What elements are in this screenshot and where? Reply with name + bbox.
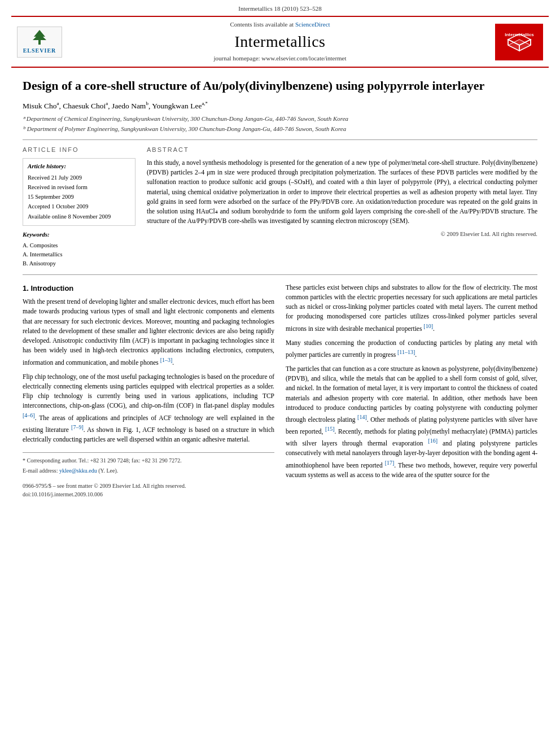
- intermet-logo-box: Intermetallics: [495, 24, 543, 60]
- elsevier-logo: ELSEVIER: [17, 27, 62, 58]
- footnote-email: E-mail address: yklee@skku.edu (Y. Lee).: [23, 466, 274, 475]
- ref-7-9: [7–9]: [71, 424, 84, 430]
- author-misuk: Misuk Cho: [23, 102, 56, 110]
- keyword-b: A. Intermetallics: [23, 250, 135, 259]
- article-info-label: ARTICLE INFO: [23, 146, 135, 155]
- body-col1-p2: Flip chip technology, one of the most us…: [23, 372, 274, 444]
- article-title: Design of a core-shell structure of Au/p…: [23, 78, 537, 94]
- svg-rect-0: [38, 40, 41, 45]
- body-col2-p2: Many studies concerning the production o…: [286, 338, 537, 360]
- ref-10: [10]: [423, 323, 433, 329]
- top-meta: Intermetallics 18 (2010) 523–528: [0, 0, 560, 16]
- journal-header-center: Contents lists available at ScienceDirec…: [68, 20, 492, 63]
- info-abstract-row: ARTICLE INFO Article history: Received 2…: [23, 146, 537, 269]
- section1-heading: 1. Introduction: [23, 283, 274, 294]
- journal-homepage: journal homepage: www.elsevier.com/locat…: [68, 54, 492, 63]
- affil-a-sup1: a: [56, 101, 59, 106]
- body-col1-p1: With the present trend of developing lig…: [23, 297, 274, 368]
- footnote-area: * Corresponding author. Tel.: +82 31 290…: [23, 452, 274, 475]
- abstract-label: ABSTRACT: [147, 146, 537, 155]
- issn-text: 0966-9795/$ – see front matter © 2009 El…: [23, 482, 274, 490]
- contents-line: Contents lists available at ScienceDirec…: [68, 20, 492, 29]
- divider-2: [23, 274, 537, 275]
- ref-17: [17]: [385, 460, 395, 466]
- intermet-logo-area: Intermetallics: [492, 24, 543, 60]
- affiliations: ᵃ Department of Chemical Engineering, Su…: [23, 115, 537, 134]
- keyword-a: A. Composites: [23, 241, 135, 250]
- footnote-corresponding: * Corresponding author. Tel.: +82 31 290…: [23, 456, 274, 465]
- elsevier-logo-area: ELSEVIER: [17, 27, 68, 58]
- ref-1-3: [1–3]: [160, 357, 173, 363]
- ref-11-13: [11–13]: [397, 349, 415, 355]
- received-revised-date: 15 September 2009: [28, 193, 130, 201]
- page-wrapper: Intermetallics 18 (2010) 523–528 ELSEVIE…: [0, 0, 560, 747]
- elsevier-text-label: ELSEVIER: [23, 47, 56, 55]
- body-col-right: These particles exist between chips and …: [286, 283, 537, 499]
- body-two-col: 1. Introduction With the present trend o…: [23, 283, 537, 499]
- authors-line: Misuk Choa, Chaesuk Choia, Jaedo Namb, Y…: [23, 100, 537, 111]
- affil-b-sup: b: [146, 101, 148, 106]
- article-info-col: ARTICLE INFO Article history: Received 2…: [23, 146, 135, 269]
- received-revised-label: Received in revised form: [28, 183, 130, 191]
- body-col-left: 1. Introduction With the present trend o…: [23, 283, 274, 499]
- journal-meta-info: Intermetallics 18 (2010) 523–528: [238, 5, 322, 12]
- contents-label: Contents lists available at: [230, 21, 295, 28]
- affiliation-a: ᵃ Department of Chemical Engineering, Su…: [23, 115, 537, 124]
- author-youngkwan: Youngkwan Lee: [152, 102, 202, 110]
- ref-15: [15]: [325, 426, 335, 432]
- doi-text: doi:10.1016/j.intermet.2009.10.006: [23, 490, 274, 499]
- affiliation-b: ᵇ Department of Polymer Engineering, Sun…: [23, 125, 537, 134]
- elsevier-tree-icon: [28, 29, 51, 46]
- body-col2-p3: The particles that can function as a cor…: [286, 364, 537, 480]
- keyword-c: B. Anisotropy: [23, 259, 135, 268]
- author-chaesuk: Chaesuk Choi: [63, 102, 106, 110]
- author-jaedo: Jaedo Nam: [112, 102, 146, 110]
- body-col2-p1: These particles exist between chips and …: [286, 283, 537, 334]
- abstract-text: In this study, a novel synthesis methodo…: [147, 158, 537, 239]
- email-link[interactable]: yklee@skku.edu: [59, 468, 97, 474]
- accepted-line: Accepted 1 October 2009: [28, 202, 130, 211]
- journal-header: ELSEVIER Contents lists available at Sci…: [11, 16, 549, 68]
- issn-line: 0966-9795/$ – see front matter © 2009 El…: [23, 482, 274, 499]
- available-online-line: Available online 8 November 2009: [28, 212, 130, 221]
- history-title: Article history:: [28, 162, 130, 171]
- section1-heading-text: 1. Introduction: [23, 284, 73, 292]
- intermet-logo-icon: Intermetallics: [497, 29, 542, 55]
- keywords-box: Keywords: A. Composites A. Intermetallic…: [23, 230, 135, 268]
- article-content: Design of a core-shell structure of Au/p…: [0, 78, 560, 499]
- abstract-col: ABSTRACT In this study, a novel synthesi…: [147, 146, 537, 269]
- ref-14: [14]: [357, 414, 367, 420]
- affil-a-sup2: a: [106, 101, 108, 106]
- ref-4-6: [4–6]: [23, 412, 35, 418]
- article-history-box: Article history: Received 21 July 2009 R…: [23, 158, 135, 226]
- journal-title: Intermetallics: [68, 30, 492, 54]
- keywords-title: Keywords:: [23, 230, 135, 239]
- copyright-line: © 2009 Elsevier Ltd. All rights reserved…: [147, 230, 537, 239]
- affil-a-star-sup: a,*: [202, 101, 208, 106]
- ref-16: [16]: [428, 438, 438, 444]
- divider-1: [23, 139, 537, 140]
- abstract-paragraph: In this study, a novel synthesis methodo…: [147, 158, 537, 226]
- received-line: Received 21 July 2009: [28, 173, 130, 182]
- svg-text:Intermetallics: Intermetallics: [505, 32, 534, 37]
- sciencedirect-link[interactable]: ScienceDirect: [295, 21, 330, 28]
